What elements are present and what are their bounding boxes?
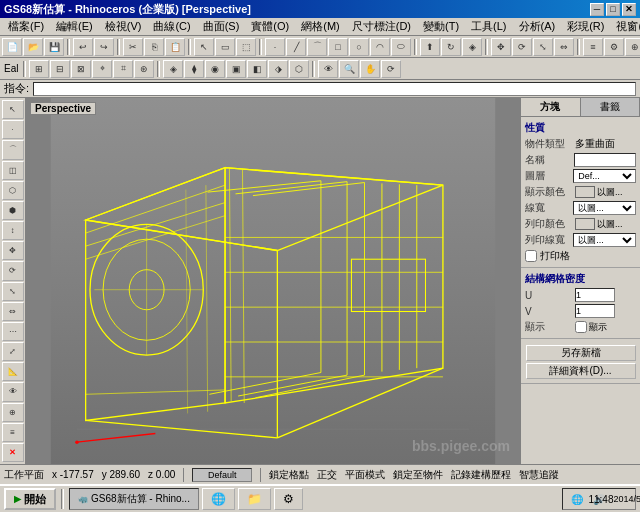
menu-dimension[interactable]: 尺寸標注(D) — [346, 18, 417, 35]
tb2-btn5[interactable]: ⌗ — [113, 60, 133, 78]
rp-material-select[interactable]: 以圖... — [573, 201, 636, 215]
menu-render[interactable]: 彩現(R) — [561, 18, 610, 35]
rp-display-color[interactable] — [575, 186, 595, 198]
menu-view[interactable]: 檢視(V) — [99, 18, 148, 35]
rp-tab-block[interactable]: 方塊 — [521, 98, 581, 116]
rp-u-input[interactable] — [575, 288, 615, 302]
lt-solid[interactable]: ⬡ — [2, 181, 24, 200]
tb2-camera[interactable]: 👁 — [318, 60, 338, 78]
rp-save-btn[interactable]: 另存新檔 — [526, 345, 636, 361]
lt-surface[interactable]: ◫ — [2, 161, 24, 180]
tb-select[interactable]: ↖ — [194, 38, 214, 56]
lt-dimension[interactable]: ↕ — [2, 221, 24, 240]
tb2-btn2[interactable]: ⊟ — [50, 60, 70, 78]
rp-print-color[interactable] — [575, 218, 595, 230]
menu-curve[interactable]: 曲線(C) — [147, 18, 196, 35]
tb2-btn9[interactable]: ◉ — [205, 60, 225, 78]
rp-print-checkbox[interactable] — [525, 250, 537, 262]
status-smart[interactable]: 智慧追蹤 — [519, 468, 559, 482]
tb-copy[interactable]: ⎘ — [144, 38, 164, 56]
lt-point[interactable]: · — [2, 120, 24, 139]
menu-tools[interactable]: 工具(L) — [465, 18, 512, 35]
tb-window-sel[interactable]: ▭ — [215, 38, 235, 56]
tb2-btn8[interactable]: ⧫ — [184, 60, 204, 78]
tb-move[interactable]: ✥ — [491, 38, 511, 56]
menu-surface[interactable]: 曲面(S) — [197, 18, 246, 35]
tb2-btn10[interactable]: ▣ — [226, 60, 246, 78]
tb-paste[interactable]: 📋 — [165, 38, 185, 56]
tb-layer[interactable]: ≡ — [583, 38, 603, 56]
rp-detail-btn[interactable]: 詳細資料(D)... — [526, 363, 636, 379]
tb-circle[interactable]: ○ — [349, 38, 369, 56]
tb-polyline[interactable]: ⌒ — [307, 38, 327, 56]
tray-network[interactable]: 🌐 — [569, 491, 585, 507]
lt-rotate[interactable]: ⟳ — [2, 261, 24, 280]
lt-snap[interactable]: ⊕ — [2, 403, 24, 422]
tb-save[interactable]: 💾 — [44, 38, 64, 56]
tb-redo[interactable]: ↪ — [94, 38, 114, 56]
lt-view[interactable]: 👁 — [2, 382, 24, 401]
tb-revolve[interactable]: ↻ — [441, 38, 461, 56]
rp-name-input[interactable] — [574, 153, 636, 167]
tb-snap[interactable]: ⊕ — [625, 38, 640, 56]
tb-scale[interactable]: ⤡ — [533, 38, 553, 56]
minimize-button[interactable]: ─ — [590, 3, 604, 16]
tb2-btn6[interactable]: ⊛ — [134, 60, 154, 78]
tb-open[interactable]: 📂 — [23, 38, 43, 56]
lt-scale[interactable]: ⤡ — [2, 282, 24, 301]
status-record[interactable]: 記錄建構歷程 — [451, 468, 511, 482]
menu-mesh[interactable]: 網格(M) — [295, 18, 346, 35]
menu-window[interactable]: 視窗(W) — [610, 18, 640, 35]
rp-linewidth-select[interactable]: 以圖... — [573, 233, 636, 247]
lt-analyze[interactable]: 📐 — [2, 362, 24, 381]
tb-point[interactable]: · — [265, 38, 285, 56]
lt-curve[interactable]: ⌒ — [2, 140, 24, 159]
tb-ellipse[interactable]: ⬭ — [391, 38, 411, 56]
tb-rect[interactable]: □ — [328, 38, 348, 56]
tb-rotate[interactable]: ⟳ — [512, 38, 532, 56]
tb-extrude[interactable]: ⬆ — [420, 38, 440, 56]
lt-select[interactable]: ↖ — [2, 100, 24, 119]
tb2-btn7[interactable]: ◈ — [163, 60, 183, 78]
lt-mesh[interactable]: ⬢ — [2, 201, 24, 220]
taskbar-app-4[interactable]: ⚙ — [274, 488, 303, 510]
status-ortho[interactable]: 正交 — [317, 468, 337, 482]
tb-loft[interactable]: ◈ — [462, 38, 482, 56]
lt-move[interactable]: ✥ — [2, 241, 24, 260]
tb2-btn13[interactable]: ⬡ — [289, 60, 309, 78]
status-snap[interactable]: 鎖定格點 — [269, 468, 309, 482]
command-input[interactable] — [33, 82, 636, 96]
taskbar-app-rhino[interactable]: 🦏 GS68新估算 - Rhino... — [69, 488, 199, 510]
canvas-3d[interactable]: Perspective — [26, 98, 520, 464]
lt-array[interactable]: ⋯ — [2, 322, 24, 341]
tb-cut[interactable]: ✂ — [123, 38, 143, 56]
tb2-btn12[interactable]: ⬗ — [268, 60, 288, 78]
tb2-btn1[interactable]: ⊞ — [29, 60, 49, 78]
lt-transform[interactable]: ⤢ — [2, 342, 24, 361]
tb2-pan[interactable]: ✋ — [360, 60, 380, 78]
tb-new[interactable]: 📄 — [2, 38, 22, 56]
taskbar-app-3[interactable]: 📁 — [238, 488, 271, 510]
menu-edit[interactable]: 編輯(E) — [50, 18, 99, 35]
menu-transform[interactable]: 變動(T) — [417, 18, 465, 35]
tb2-btn3[interactable]: ⊠ — [71, 60, 91, 78]
menu-solid[interactable]: 實體(O) — [245, 18, 295, 35]
tb-line[interactable]: ╱ — [286, 38, 306, 56]
rp-display2-checkbox[interactable] — [575, 321, 587, 333]
taskbar-app-2[interactable]: 🌐 — [202, 488, 235, 510]
tb-undo[interactable]: ↩ — [73, 38, 93, 56]
tb2-btn11[interactable]: ◧ — [247, 60, 267, 78]
viewport-container[interactable]: Perspective — [26, 98, 520, 464]
tb-mirror[interactable]: ⇔ — [554, 38, 574, 56]
rp-v-input[interactable] — [575, 304, 615, 318]
status-planar[interactable]: 平面模式 — [345, 468, 385, 482]
tb-options[interactable]: ⚙ — [604, 38, 624, 56]
tb2-btn4[interactable]: ⌖ — [92, 60, 112, 78]
tb2-zoom[interactable]: 🔍 — [339, 60, 359, 78]
tb-cross-sel[interactable]: ⬚ — [236, 38, 256, 56]
menu-file[interactable]: 檔案(F) — [2, 18, 50, 35]
lt-x[interactable]: ✕ — [2, 443, 24, 462]
maximize-button[interactable]: □ — [606, 3, 620, 16]
rp-tab-bookmark[interactable]: 書籤 — [581, 98, 641, 116]
lt-mirror[interactable]: ⇔ — [2, 302, 24, 321]
